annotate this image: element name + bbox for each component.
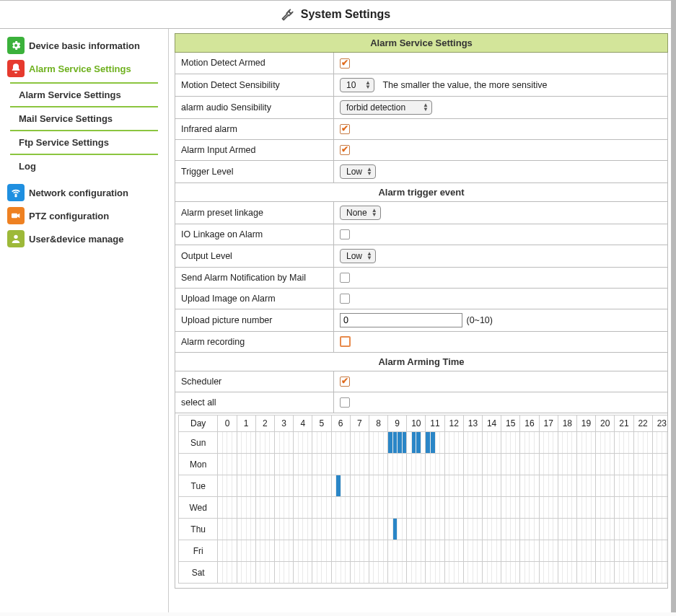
- alarm-preset-linkage-select[interactable]: None ▲▼: [340, 206, 381, 220]
- form-table-alarm-service: Motion Detect Armed Motion Detect Sensib…: [175, 53, 668, 183]
- field-label: select all: [175, 392, 334, 413]
- schedule-slots-cell[interactable]: [218, 454, 668, 475]
- schedule-hour-header: 16: [520, 415, 539, 432]
- sidebar-sub-mail-service[interactable]: Mail Service Settings: [10, 107, 158, 130]
- output-level-select[interactable]: Low ▲▼: [340, 249, 376, 263]
- schedule-day-label: Sun: [179, 432, 218, 454]
- spinner-arrows[interactable]: ▲▼: [423, 103, 429, 112]
- schedule-hour-header: 12: [444, 415, 463, 432]
- schedule-header-row: Day 012345678910111213141516171819202122…: [179, 415, 669, 432]
- schedule-slot[interactable]: [666, 519, 668, 540]
- row-alarm-preset-linkage: Alarm preset linkage None ▲▼: [175, 202, 668, 224]
- schedule-hour-header: 11: [426, 415, 444, 432]
- schedule-hour-header: 17: [539, 415, 558, 432]
- spinner-arrows[interactable]: ▲▼: [372, 208, 377, 217]
- schedule-hour-header: 15: [501, 415, 520, 432]
- field-label: Trigger Level: [175, 160, 334, 182]
- alarm-recording-checkbox[interactable]: [340, 336, 351, 347]
- schedule-row: Thu: [179, 519, 669, 540]
- sidebar-sub-label: Alarm Service Settings: [19, 89, 121, 100]
- schedule-slot[interactable]: [666, 540, 668, 561]
- schedule-slots-cell[interactable]: [218, 562, 668, 584]
- spinner-arrows[interactable]: ▲▼: [365, 81, 371, 89]
- alarm-input-armed-checkbox[interactable]: [340, 145, 350, 155]
- schedule-slots-cell[interactable]: [218, 497, 668, 519]
- main-panel: Alarm Service Settings Motion Detect Arm…: [169, 29, 671, 612]
- sidebar-sub-alarm-service[interactable]: Alarm Service Settings: [10, 84, 158, 106]
- field-label: Alarm Input Armed: [175, 139, 334, 160]
- schedule-slot[interactable]: [666, 432, 668, 453]
- upload-image-checkbox[interactable]: [340, 294, 350, 304]
- spinner-value: Low: [346, 251, 362, 261]
- spinner-arrows[interactable]: ▲▼: [366, 167, 372, 176]
- schedule-day-label: Thu: [179, 519, 218, 540]
- schedule-row: Fri: [179, 540, 669, 562]
- io-linkage-checkbox[interactable]: [340, 229, 350, 239]
- sidebar-item-alarm-service[interactable]: Alarm Service Settings: [6, 58, 162, 79]
- schedule-hour-header: 10: [407, 415, 426, 432]
- scheduler-checkbox[interactable]: [340, 377, 350, 387]
- schedule-day-label: Mon: [179, 454, 218, 475]
- gear-icon: [7, 37, 25, 54]
- schedule-slots-cell[interactable]: [218, 540, 668, 562]
- svg-point-0: [15, 195, 17, 197]
- section-header-arming-time: Alarm Arming Time: [175, 353, 668, 371]
- row-motion-detect-armed: Motion Detect Armed: [175, 53, 668, 74]
- schedule-slots-cell[interactable]: [218, 519, 668, 540]
- schedule-slot[interactable]: [666, 454, 668, 475]
- schedule-hour-header: 18: [558, 415, 576, 432]
- schedule-row: Wed: [179, 497, 669, 519]
- sidebar-item-label: User&device manage: [29, 234, 124, 245]
- field-hint: (0~10): [466, 315, 492, 325]
- schedule-slots-cell[interactable]: [218, 432, 668, 454]
- field-label: IO Linkage on Alarm: [175, 224, 334, 245]
- sidebar-item-label: Alarm Service Settings: [29, 63, 131, 74]
- schedule-hour-header: 20: [596, 415, 615, 432]
- spinner-arrows[interactable]: ▲▼: [366, 252, 372, 260]
- sidebar-item-network[interactable]: Network configuration: [6, 182, 162, 203]
- schedule-row: Sun: [179, 432, 669, 454]
- field-label: Send Alarm Notification by Mail: [175, 267, 334, 288]
- upload-pic-number-input[interactable]: [340, 313, 462, 327]
- motion-detect-armed-checkbox[interactable]: [340, 58, 350, 69]
- sidebar-item-device-basic[interactable]: Device basic information: [6, 35, 162, 56]
- schedule-row: Sat: [179, 562, 669, 584]
- spinner-value: forbid detection: [346, 102, 418, 113]
- select-all-checkbox[interactable]: [340, 397, 350, 408]
- schedule-hour-header: 14: [483, 415, 501, 432]
- schedule-slot[interactable]: [666, 562, 668, 583]
- sidebar-sub-log[interactable]: Log: [10, 155, 158, 177]
- field-label: Alarm preset linkage: [175, 202, 334, 224]
- alarm-audio-sens-select[interactable]: forbid detection ▲▼: [340, 100, 432, 115]
- schedule-slot[interactable]: [666, 497, 668, 518]
- sidebar-sub-ftp-service[interactable]: Ftp Service Settings: [10, 131, 158, 154]
- field-label: alarm audio Sensibility: [175, 96, 334, 118]
- field-label: Upload Image on Alarm: [175, 288, 334, 309]
- spinner-value: 10: [346, 80, 361, 90]
- infrared-alarm-checkbox[interactable]: [340, 124, 350, 134]
- user-icon: [7, 230, 25, 247]
- field-label: Output Level: [175, 245, 334, 267]
- row-upload-pic-number: Upload picture number (0~10): [175, 309, 668, 331]
- schedule-slot[interactable]: [666, 475, 668, 496]
- schedule-hour-header: 3: [274, 415, 293, 432]
- schedule-hour-header: 22: [633, 415, 652, 432]
- trigger-level-select[interactable]: Low ▲▼: [340, 164, 376, 179]
- schedule-hour-header: 13: [463, 415, 482, 432]
- schedule-hour-header: 23: [652, 415, 668, 432]
- field-label: Motion Detect Armed: [175, 53, 334, 74]
- form-table-arming-time: Scheduler select all: [175, 371, 668, 414]
- motion-detect-sens-spinner[interactable]: 10 ▲▼: [340, 78, 374, 92]
- row-io-linkage: IO Linkage on Alarm: [175, 224, 668, 245]
- section-header-alarm-service: Alarm Service Settings: [175, 33, 668, 53]
- schedule-hour-header: 0: [218, 415, 237, 432]
- schedule-hour-header: 1: [237, 415, 255, 432]
- schedule-day-header: Day: [179, 415, 218, 432]
- sidebar-item-user-device[interactable]: User&device manage: [6, 228, 162, 250]
- schedule-hour-header: 4: [294, 415, 312, 432]
- send-mail-checkbox[interactable]: [340, 273, 350, 283]
- bell-icon: [7, 60, 25, 77]
- sidebar-item-ptz[interactable]: PTZ configuration: [6, 205, 162, 226]
- schedule-day-label: Sat: [179, 562, 218, 584]
- schedule-slots-cell[interactable]: [218, 475, 668, 497]
